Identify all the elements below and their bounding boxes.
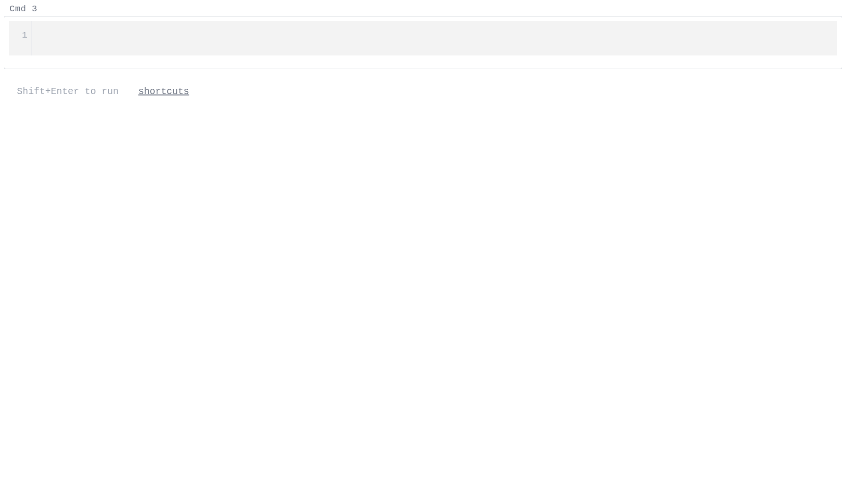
line-number: 1 (22, 29, 27, 42)
line-number-gutter: 1 (9, 21, 32, 55)
code-area[interactable]: 1 (9, 21, 837, 55)
hints-row: Shift+Enter to run shortcuts (0, 69, 846, 97)
code-editor-input[interactable] (32, 21, 837, 55)
cell-label: Cmd 3 (0, 0, 846, 16)
run-hint-text: Shift+Enter to run (17, 86, 119, 97)
code-cell[interactable]: 1 (4, 16, 842, 69)
shortcuts-link[interactable]: shortcuts (138, 86, 189, 97)
